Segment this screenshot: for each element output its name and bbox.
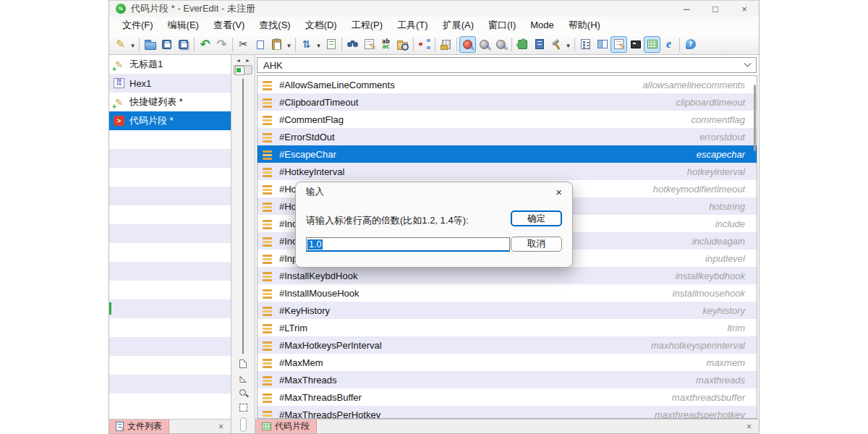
copy-icon	[257, 41, 264, 49]
maximize-button[interactable]: □	[701, 1, 730, 17]
snippet-panel-button[interactable]	[644, 36, 660, 53]
cancel-button[interactable]: 取消	[511, 237, 562, 252]
snippet-row[interactable]: #InstallKeybdHook installkeybdhook	[258, 267, 757, 284]
snippet-name: #MaxThreadsPerHotkey	[279, 409, 380, 420]
page-tool-button[interactable]	[236, 357, 250, 371]
snippet-row[interactable]: #AllowSameLineComments allowsamelinecomm…	[258, 76, 757, 93]
snippet-name: #MaxHotkeysPerInterval	[279, 340, 382, 351]
open-file-button[interactable]	[142, 36, 158, 53]
outline-panel-button[interactable]	[577, 36, 594, 53]
save-button[interactable]	[158, 36, 175, 53]
line-height-input[interactable]: 1.0	[306, 237, 510, 252]
snippet-row[interactable]: #HotkeyInterval hotkeyinterval	[258, 163, 757, 180]
compose-button[interactable]	[361, 36, 378, 53]
sidebar-item-label: 快捷键列表 *	[129, 95, 183, 109]
snippet-row[interactable]: #InstallMouseHook installmousehook	[258, 284, 757, 302]
tab-snippets[interactable]: 代码片段	[255, 420, 317, 433]
dialog-close-button[interactable]: ×	[556, 187, 562, 197]
record-macro-button[interactable]	[459, 36, 476, 53]
save-all-button[interactable]	[175, 36, 192, 53]
tab-file-list[interactable]: 文件列表	[109, 420, 169, 433]
sidebar-item[interactable]: Hex1	[109, 74, 231, 93]
build-dropdown[interactable]	[564, 36, 572, 53]
snippet-row[interactable]: #ErrorStdOut errorstdout	[258, 128, 757, 145]
snippet-trigger: installkeybdhook	[676, 271, 745, 281]
snippet-row[interactable]: #MaxThreadsBuffer maxthreadsbuffer	[258, 388, 757, 406]
reformat-button[interactable]	[298, 36, 315, 53]
sidebar-item[interactable]: 快捷键列表 *	[109, 93, 231, 111]
snippet-row[interactable]: #KeyHistory keyhistory	[258, 302, 757, 319]
reformat-dropdown[interactable]	[315, 36, 323, 53]
redo-button[interactable]	[213, 36, 230, 53]
help-button[interactable]	[682, 36, 699, 53]
scroll-left-button[interactable]: ◄	[236, 58, 241, 63]
hex-edit-button[interactable]	[438, 36, 454, 53]
snippet-row[interactable]: #CommentFlag commentflag	[258, 111, 757, 128]
snippet-row[interactable]: #MaxThreadsPerHotkey maxthreadsperhotkey	[258, 406, 757, 419]
sidebar-panel-button[interactable]	[594, 36, 610, 53]
redo-icon	[216, 38, 229, 51]
browser-button[interactable]	[660, 36, 677, 53]
file-list: 无标题1 Hex1 快捷键列表 * 代码片段 *	[109, 55, 231, 419]
snippet-row[interactable]: #MaxThreads maxthreads	[258, 371, 757, 388]
new-snippet-button[interactable]	[112, 36, 129, 53]
menu-item[interactable]: 帮助(H)	[561, 17, 608, 34]
menu-item[interactable]: 扩展(A)	[435, 17, 481, 34]
splitter-track[interactable]	[242, 79, 244, 354]
menu-item[interactable]: 工具(T)	[390, 17, 435, 34]
menu-item[interactable]: 文件(F)	[115, 17, 161, 34]
menu-item[interactable]: Mode	[523, 17, 561, 34]
play-macro-button[interactable]	[476, 36, 493, 53]
document-button[interactable]	[531, 36, 548, 53]
plugin-button[interactable]	[514, 36, 531, 53]
file-list-close-button[interactable]: ×	[218, 422, 224, 431]
snippet-category-combobox[interactable]: AHK	[257, 57, 757, 73]
snippet-row[interactable]: #MaxHotkeysPerInterval maxhotkeysperinte…	[258, 336, 757, 354]
view-doc-button[interactable]	[323, 36, 339, 53]
snippet-row[interactable]: #ClipboardTimeout clipboardtimeout	[258, 93, 757, 111]
cut-button[interactable]	[235, 36, 252, 53]
build-button[interactable]	[548, 36, 564, 53]
snippet-panel-close-button[interactable]: ×	[746, 422, 752, 431]
strip-scrollbar-thumb[interactable]	[240, 417, 247, 432]
console-panel-button[interactable]	[627, 36, 644, 53]
cursor-tool-button[interactable]	[236, 371, 250, 386]
snippet-trigger: maxthreads	[696, 375, 745, 386]
snippet-row[interactable]: #EscapeChar escapechar	[258, 145, 757, 163]
copy-button[interactable]	[252, 36, 268, 53]
sidebar-item[interactable]: 无标题1	[109, 55, 231, 74]
sidebar-panel-icon	[597, 40, 608, 48]
list-scrollbar-thumb[interactable]	[754, 85, 756, 151]
menu-item[interactable]: 查看(V)	[206, 17, 252, 34]
replace-button[interactable]	[378, 36, 394, 53]
selection-tool-button[interactable]	[236, 400, 250, 414]
zoom-slider[interactable]	[234, 65, 252, 75]
menu-item[interactable]: 文档(D)	[298, 17, 344, 34]
close-button[interactable]: ×	[730, 1, 759, 17]
ok-button[interactable]: 确定	[511, 210, 562, 226]
find-button[interactable]	[344, 36, 361, 53]
menu-item[interactable]: 工程(P)	[344, 17, 390, 34]
zoom-tool-button[interactable]	[236, 386, 250, 400]
snippet-row[interactable]: #MaxMem maxmem	[258, 354, 757, 371]
scroll-right-button[interactable]: ►	[245, 58, 250, 63]
snippet-row[interactable]: #LTrim ltrim	[258, 319, 757, 336]
snippet-tabbar: 代码片段 ×	[255, 419, 759, 433]
new-snippet-dropdown[interactable]	[129, 36, 137, 53]
undo-button[interactable]	[197, 36, 213, 53]
menu-item[interactable]: 编辑(E)	[161, 17, 206, 34]
snippet-trigger: allowsamelinecomments	[642, 80, 745, 90]
sidebar-item[interactable]: 代码片段 *	[109, 111, 231, 130]
menu-item[interactable]: 查找(S)	[252, 17, 297, 34]
paste-button[interactable]	[268, 36, 285, 53]
paste-dropdown[interactable]	[285, 36, 293, 53]
menu-item[interactable]: 窗口(I)	[481, 17, 523, 34]
snippet-name: #KeyHistory	[279, 305, 330, 316]
link-nodes-button[interactable]	[416, 36, 433, 53]
sidebar-empty-row	[109, 130, 231, 149]
snippet-lines-icon	[263, 254, 272, 263]
snippet-editor-panel-button[interactable]	[610, 36, 627, 53]
macro-settings-button[interactable]	[493, 36, 509, 53]
find-in-files-button[interactable]	[394, 36, 411, 53]
minimize-button[interactable]: ─	[672, 1, 701, 17]
